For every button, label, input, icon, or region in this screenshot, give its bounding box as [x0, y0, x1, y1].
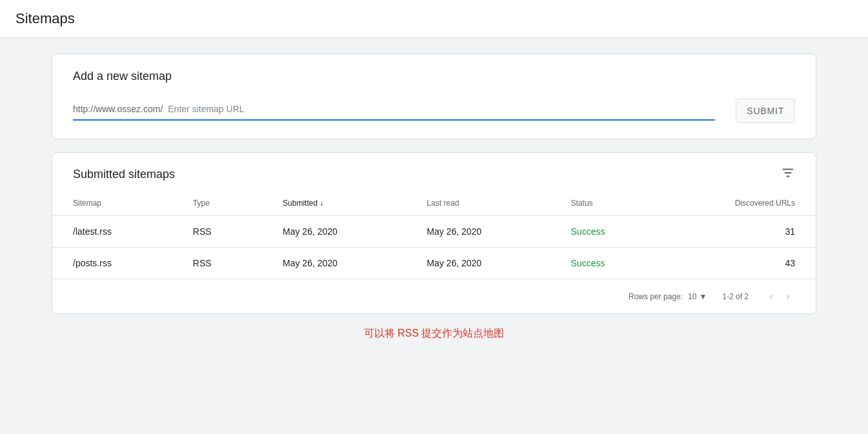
rows-per-page: Rows per page: 10 ▼ — [629, 292, 707, 301]
col-sitemap: Sitemap — [52, 191, 172, 216]
sitemaps-card-header: Submitted sitemaps — [52, 153, 816, 183]
url-input-row: http://www.ossez.com/ — [73, 101, 715, 121]
sitemap-url-input[interactable] — [163, 101, 715, 117]
table-row: /posts.rss RSS May 26, 2020 May 26, 2020… — [52, 248, 816, 279]
cell-submitted: May 26, 2020 — [262, 248, 406, 279]
pagination-row: Rows per page: 10 ▼ 1-2 of 2 ‹ › — [52, 279, 816, 313]
page-title: Sitemaps — [15, 10, 853, 27]
page-info: 1-2 of 2 — [722, 292, 749, 301]
cell-sitemap: /latest.rss — [52, 216, 172, 248]
cell-status: Success — [550, 248, 663, 279]
cell-last-read: May 26, 2020 — [406, 248, 550, 279]
table-header-row: Sitemap Type Submitted ↓ Last read Statu… — [52, 191, 816, 216]
col-discovered-urls: Discovered URLs — [663, 191, 816, 216]
sitemaps-table: Sitemap Type Submitted ↓ Last read Statu… — [52, 191, 816, 279]
col-status: Status — [550, 191, 663, 216]
table-row: /latest.rss RSS May 26, 2020 May 26, 202… — [52, 216, 816, 248]
cell-type: RSS — [172, 216, 262, 248]
add-sitemap-card: Add a new sitemap http://www.ossez.com/ … — [52, 54, 816, 139]
rows-per-page-chevron-icon: ▼ — [699, 292, 707, 301]
cell-discovered-urls: 43 — [663, 248, 816, 279]
cell-type: RSS — [172, 248, 262, 279]
page-header: Sitemaps — [0, 0, 868, 38]
add-sitemap-title: Add a new sitemap — [73, 70, 795, 83]
prev-page-button[interactable]: ‹ — [764, 287, 778, 306]
cell-discovered-urls: 31 — [663, 216, 816, 248]
cell-sitemap: /posts.rss — [52, 248, 172, 279]
filter-icon[interactable] — [781, 166, 795, 183]
col-type: Type — [172, 191, 262, 216]
submitted-sitemaps-title: Submitted sitemaps — [73, 168, 175, 181]
main-content: Add a new sitemap http://www.ossez.com/ … — [0, 38, 868, 356]
annotation-text: 可以将 RSS 提交作为站点地图 — [52, 327, 816, 340]
cell-submitted: May 26, 2020 — [262, 216, 406, 248]
submit-button[interactable]: SUBMIT — [736, 99, 795, 123]
rows-per-page-label: Rows per page: — [629, 292, 683, 301]
submitted-sitemaps-card: Submitted sitemaps Sitemap Type Submitte… — [52, 152, 816, 314]
col-submitted[interactable]: Submitted ↓ — [262, 191, 406, 216]
cell-status: Success — [550, 216, 663, 248]
url-prefix: http://www.ossez.com/ — [73, 104, 163, 114]
next-page-button[interactable]: › — [781, 287, 795, 306]
rows-per-page-select[interactable]: 10 ▼ — [688, 292, 707, 301]
rows-per-page-value: 10 — [688, 292, 696, 301]
cell-last-read: May 26, 2020 — [406, 216, 550, 248]
pagination-nav: ‹ › — [764, 287, 795, 306]
sort-arrow-icon: ↓ — [319, 199, 323, 208]
col-last-read: Last read — [406, 191, 550, 216]
